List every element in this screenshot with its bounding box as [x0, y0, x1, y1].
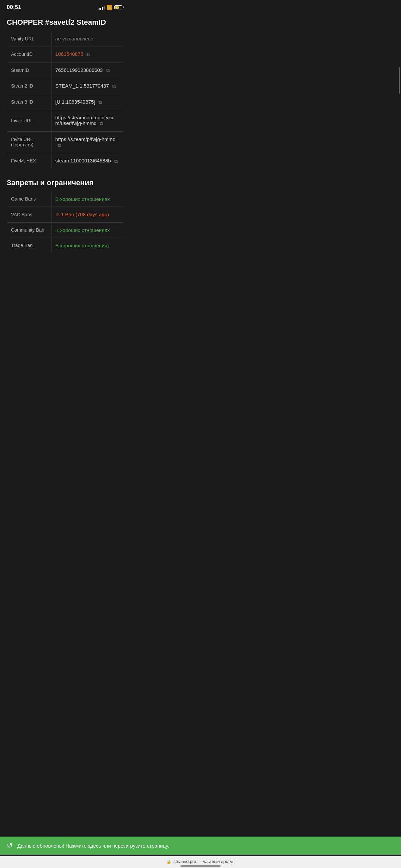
invite-url-value: https://steamcommunity.com/user/fwjg-hmm…	[56, 115, 115, 126]
row-value: [U:1:1063540875] ⧉	[51, 94, 123, 110]
table-row: Invite URL https://steamcommunity.com/us…	[7, 110, 124, 132]
row-label: Steam3 ID	[7, 94, 52, 110]
table-row: Vanity URL не установлено	[7, 31, 124, 46]
table-row: Trade Ban В хороших отношениях	[7, 238, 124, 253]
battery-icon	[114, 5, 124, 9]
bans-section-title: Запреты и ограничения	[7, 179, 124, 187]
row-label: Invite URL	[7, 110, 52, 132]
page-content: CHOPPER #savetf2 SteamID Vanity URL не у…	[0, 13, 130, 292]
copy-icon[interactable]: ⧉	[87, 52, 90, 58]
row-value: В хороших отношениях	[51, 191, 123, 207]
status-time: 00:51	[7, 4, 21, 11]
row-label: Trade Ban	[7, 238, 52, 253]
warning-icon: ⚠	[56, 212, 60, 217]
trade-ban-value: В хороших отношениях	[56, 243, 110, 248]
copy-icon[interactable]: ⧉	[58, 143, 61, 148]
steamid-section-title: CHOPPER #savetf2 SteamID	[7, 18, 124, 27]
row-label: SteamID	[7, 62, 52, 78]
fivem-hex-value: steam:11000013f64588b	[56, 158, 111, 163]
steam3-id-value: [U:1:1063540875]	[56, 99, 95, 104]
signal-bars-icon	[99, 5, 104, 10]
table-row: AccountID 1063540875 ⧉	[7, 46, 124, 62]
row-label: Game Bans	[7, 191, 52, 207]
row-label: Invite URL (короткая)	[7, 131, 52, 153]
copy-icon[interactable]: ⧉	[100, 121, 103, 127]
table-row: SteamID 76561199023806603 ⧉	[7, 62, 124, 78]
table-row: Game Bans В хороших отношениях	[7, 191, 124, 207]
row-value: ⚠1 Ban (708 days ago)	[51, 207, 123, 222]
row-value: steam:11000013f64588b ⧉	[51, 153, 123, 169]
status-bar: 00:51 📶	[0, 0, 130, 13]
vac-bans-value: 1 Ban (708 days ago)	[61, 212, 109, 217]
row-label: VAC Bans	[7, 207, 52, 222]
table-row: VAC Bans ⚠1 Ban (708 days ago)	[7, 207, 124, 222]
row-label: FiveM, HEX	[7, 153, 52, 169]
row-value: https://steamcommunity.com/user/fwjg-hmm…	[51, 110, 123, 132]
table-row: Steam2 ID STEAM_1:1:531770437 ⧉	[7, 78, 124, 94]
row-value: В хороших отношениях	[51, 238, 123, 253]
row-label: Steam2 ID	[7, 78, 52, 94]
status-icons: 📶	[99, 5, 124, 10]
row-value: STEAM_1:1:531770437 ⧉	[51, 78, 123, 94]
row-value: https://s.team/p/fwjg-hmmq ⧉	[51, 131, 123, 153]
copy-icon[interactable]: ⧉	[106, 67, 110, 73]
row-label: Vanity URL	[7, 31, 52, 46]
table-row: Steam3 ID [U:1:1063540875] ⧉	[7, 94, 124, 110]
copy-icon[interactable]: ⧉	[112, 84, 116, 89]
steamid-section: CHOPPER #savetf2 SteamID Vanity URL не у…	[7, 18, 124, 169]
invite-url-short-value: https://s.team/p/fwjg-hmmq	[56, 136, 116, 142]
row-value: 1063540875 ⧉	[51, 46, 123, 62]
row-value: В хороших отношениях	[51, 222, 123, 238]
vanity-url-value: не установлено	[56, 36, 94, 41]
table-row: FiveM, HEX steam:11000013f64588b ⧉	[7, 153, 124, 169]
table-row: Community Ban В хороших отношениях	[7, 222, 124, 238]
steamid-value: 76561199023806603	[56, 67, 103, 73]
account-id-value: 1063540875	[56, 51, 83, 57]
game-bans-value: В хороших отношениях	[56, 196, 110, 202]
community-ban-value: В хороших отношениях	[56, 227, 110, 233]
row-label: AccountID	[7, 46, 52, 62]
row-value: не установлено	[51, 31, 123, 46]
row-value: 76561199023806603 ⧉	[51, 62, 123, 78]
steam2-id-value: STEAM_1:1:531770437	[56, 83, 109, 89]
bans-table: Game Bans В хороших отношениях VAC Bans …	[7, 191, 124, 253]
steamid-table: Vanity URL не установлено AccountID 1063…	[7, 31, 124, 169]
bans-section: Запреты и ограничения Game Bans В хороши…	[7, 179, 124, 253]
copy-icon[interactable]: ⧉	[99, 99, 102, 105]
copy-icon[interactable]: ⧉	[114, 158, 118, 164]
table-row: Invite URL (короткая) https://s.team/p/f…	[7, 131, 124, 153]
wifi-icon: 📶	[106, 5, 112, 10]
row-label: Community Ban	[7, 222, 52, 238]
